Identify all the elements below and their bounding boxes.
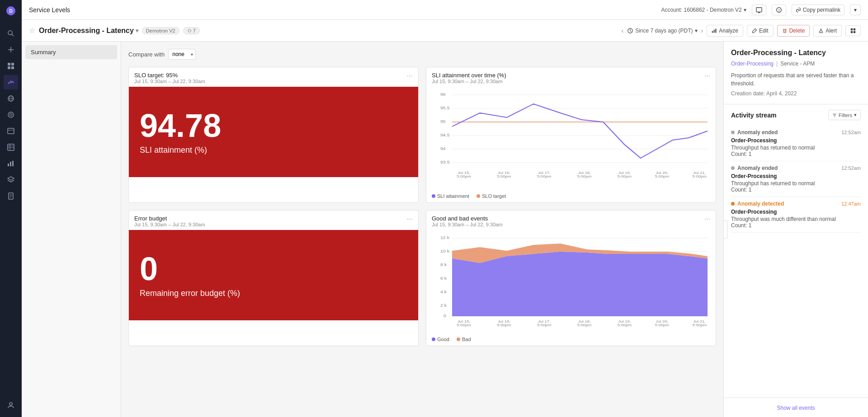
activity-desc-3: Throughput was much different than norma… <box>731 216 861 222</box>
activity-item-header-2: Anomaly ended 12:52am <box>731 165 861 171</box>
error-budget-big-display: 0 Remaining error budget (%) <box>129 230 418 320</box>
sidebar-item-monitor[interactable] <box>4 75 18 89</box>
activity-status-label-2: Anomaly ended <box>737 165 778 171</box>
topbar: Service Levels Account: 1606862 - Demotr… <box>22 0 868 20</box>
svg-line-3 <box>12 34 14 36</box>
sli-legend: SLI attainment SLO target <box>426 191 716 202</box>
svg-marker-25 <box>8 177 14 180</box>
svg-text:95.5: 95.5 <box>440 106 450 110</box>
time-range-label: Since 7 days ago (PDT) <box>635 28 693 34</box>
sli-card-header: SLI attainment over time (%) Jul 15, 9:3… <box>426 67 716 87</box>
activity-item-header-3: Anomaly detected 12:47am <box>731 201 861 207</box>
events-card-title: Good and bad events <box>432 215 503 222</box>
star-button[interactable]: ☆ <box>29 26 35 35</box>
svg-text:5:00pm: 5:00pm <box>655 174 670 178</box>
slo-chevron-icon[interactable]: ▾ <box>136 28 138 34</box>
topbar-title: Service Levels <box>29 6 70 14</box>
next-btn[interactable]: › <box>701 27 703 34</box>
activity-status-2: Anomaly ended <box>731 165 778 171</box>
rp-title: Order-Processing - Latency <box>731 49 861 57</box>
copy-permalink-label: Copy permalink <box>803 7 840 13</box>
sidebar-item-search[interactable] <box>4 26 18 41</box>
activity-stream-title: Activity stream <box>731 112 776 119</box>
svg-text:5:00pm: 5:00pm <box>497 174 511 178</box>
status-dot-1 <box>731 131 735 134</box>
sidebar: D <box>0 0 22 417</box>
filters-button[interactable]: Filters ▾ <box>828 110 861 120</box>
activity-entity-3: Order-Processing <box>731 209 861 215</box>
sidebar-item-report[interactable] <box>4 189 18 203</box>
show-all-link[interactable]: Show all events <box>777 405 815 411</box>
show-all-events: Show all events <box>724 398 868 417</box>
activity-stream-panel: Activity stream Filters ▾ Anomaly ended <box>724 104 868 398</box>
sidebar-item-globe[interactable] <box>4 91 18 106</box>
right-panel-header: Order-Processing - Latency Order-Process… <box>724 42 868 104</box>
sli-card-subtitle: Jul 15, 9:30am – Jul 22, 9:30am <box>432 79 506 84</box>
sidebar-item-add[interactable] <box>4 42 18 57</box>
middle-panel: Compare with none SLO target: 95% Jul 15… <box>121 42 723 417</box>
sidebar-item-target[interactable] <box>4 108 18 122</box>
error-budget-title: Error budget <box>134 215 205 222</box>
sidebar-item-table[interactable] <box>4 140 18 155</box>
rp-breadcrumb: Order-Processing | Service - APM <box>731 61 861 67</box>
sidebar-item-grid[interactable] <box>4 59 18 73</box>
screen-btn[interactable] <box>752 5 766 15</box>
svg-text:12 k: 12 k <box>440 235 449 240</box>
expand-btn[interactable]: ▾ <box>850 5 861 15</box>
svg-text:5:00pm: 5:00pm <box>655 323 670 327</box>
activity-status-1: Anomaly ended <box>731 129 778 136</box>
prev-btn[interactable]: ‹ <box>622 27 624 34</box>
svg-text:8 k: 8 k <box>440 262 447 267</box>
activity-status-3: Anomaly detected <box>731 201 784 207</box>
analyze-btn[interactable]: Analyze <box>707 25 743 37</box>
slo-card-title: SLO target: 95% <box>134 72 205 79</box>
svg-text:10 k: 10 k <box>440 249 449 253</box>
svg-text:5:00pm: 5:00pm <box>537 323 552 327</box>
help-btn[interactable]: ? <box>772 5 786 15</box>
svg-rect-49 <box>854 31 856 33</box>
slo-card-menu[interactable]: ··· <box>407 72 413 80</box>
error-label: Remaining error budget (%) <box>140 289 240 298</box>
sidebar-item-chart[interactable] <box>4 156 18 171</box>
activity-status-label-3: Anomaly detected <box>737 201 784 207</box>
rp-breadcrumb-service: Service - APM <box>780 61 815 67</box>
sidebar-item-user[interactable] <box>4 398 18 412</box>
svg-rect-18 <box>8 144 14 150</box>
error-number: 0 <box>140 253 158 285</box>
activity-count-2: Count: 1 <box>731 187 861 193</box>
events-card-menu[interactable]: ··· <box>704 215 710 223</box>
svg-text:5:00pm: 5:00pm <box>457 323 471 327</box>
copy-permalink-btn[interactable]: Copy permalink <box>792 5 844 15</box>
alert-btn[interactable]: Alert <box>813 25 842 37</box>
svg-text:94: 94 <box>440 146 446 151</box>
edit-btn[interactable]: Edit <box>747 25 774 37</box>
events-legend: Good Bad <box>426 334 716 346</box>
secondary-nav: ☆ Order-Processing - Latency ▾ Demotron … <box>22 20 868 42</box>
activity-time-1: 12:52am <box>841 130 861 135</box>
account-selector[interactable]: Account: 1606862 - Demotron V2 ▾ <box>661 7 746 13</box>
time-picker[interactable]: Since 7 days ago (PDT) ▾ <box>627 28 697 34</box>
error-budget-menu[interactable]: ··· <box>407 215 413 223</box>
sidebar-item-browser[interactable] <box>4 124 18 138</box>
sidebar-item-layers[interactable] <box>4 173 18 187</box>
svg-text:95: 95 <box>440 119 446 124</box>
more-options-btn[interactable] <box>845 25 861 36</box>
collapse-panel-btn[interactable]: ‹ <box>723 220 727 239</box>
summary-tab[interactable]: Summary <box>25 45 117 59</box>
error-budget-header: Error budget Jul 15, 9:30am – Jul 22, 9:… <box>129 211 418 230</box>
app-logo: D <box>4 4 18 18</box>
delete-btn[interactable]: Delete <box>777 25 810 37</box>
sli-attainment-card: SLI attainment over time (%) Jul 15, 9:3… <box>426 67 716 203</box>
status-dot-3 <box>731 202 735 206</box>
sli-card-menu[interactable]: ··· <box>704 72 710 80</box>
compare-label: Compare with <box>128 51 165 58</box>
left-panel: Summary <box>22 42 121 417</box>
compare-select[interactable]: none <box>168 49 196 60</box>
activity-time-2: 12:52am <box>841 165 861 171</box>
activity-count-1: Count: 1 <box>731 151 861 157</box>
activity-desc-1: Throughput has returned to normal <box>731 145 861 151</box>
svg-text:5:00pm: 5:00pm <box>693 323 707 327</box>
svg-point-30 <box>9 403 12 405</box>
svg-text:D: D <box>9 9 12 14</box>
rp-breadcrumb-link[interactable]: Order-Processing <box>731 61 774 67</box>
